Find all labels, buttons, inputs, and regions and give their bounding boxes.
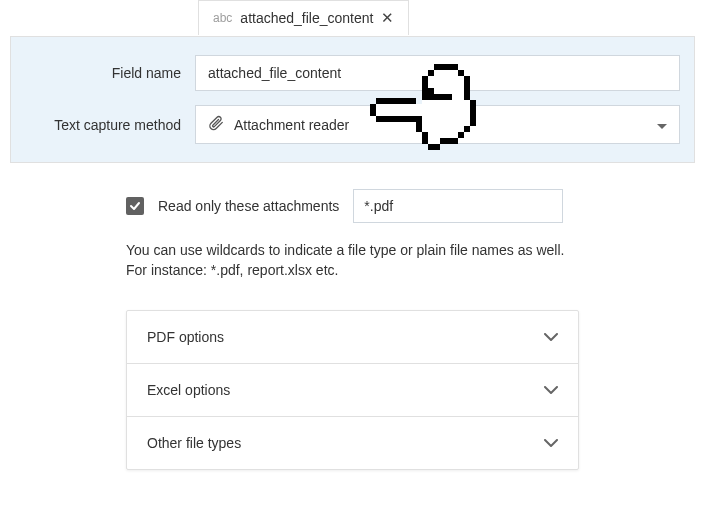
- caret-down-icon: [657, 117, 667, 133]
- accordion-label: PDF options: [147, 329, 224, 345]
- tab-type-badge: abc: [213, 11, 232, 25]
- capture-method-select[interactable]: Attachment reader: [195, 105, 680, 144]
- tab-title: attached_file_content: [240, 10, 373, 26]
- attachments-filter-row: Read only these attachments: [126, 189, 579, 223]
- read-only-label: Read only these attachments: [158, 198, 339, 214]
- attachment-icon: [208, 115, 224, 134]
- close-icon[interactable]: ✕: [381, 9, 394, 27]
- field-name-label: Field name: [25, 65, 195, 81]
- chevron-down-icon: [544, 329, 558, 345]
- tab-attached-file-content[interactable]: abc attached_file_content ✕: [198, 0, 409, 35]
- accordion-pdf-options[interactable]: PDF options: [127, 311, 578, 364]
- accordion-excel-options[interactable]: Excel options: [127, 364, 578, 417]
- tab-bar: abc attached_file_content ✕: [0, 0, 705, 36]
- options-accordion: PDF options Excel options Other file typ…: [126, 310, 579, 470]
- attachments-pattern-input[interactable]: [353, 189, 563, 223]
- check-icon: [129, 200, 141, 212]
- read-only-checkbox[interactable]: [126, 197, 144, 215]
- content-area: Read only these attachments You can use …: [0, 163, 705, 490]
- accordion-label: Other file types: [147, 435, 241, 451]
- capture-method-value: Attachment reader: [234, 117, 349, 133]
- accordion-other-file-types[interactable]: Other file types: [127, 417, 578, 469]
- field-config-header: Field name Text capture method Attachmen…: [10, 36, 695, 163]
- chevron-down-icon: [544, 435, 558, 451]
- chevron-down-icon: [544, 382, 558, 398]
- accordion-label: Excel options: [147, 382, 230, 398]
- field-name-input[interactable]: [195, 55, 680, 91]
- capture-method-label: Text capture method: [25, 117, 195, 133]
- wildcard-hint: You can use wildcards to indicate a file…: [126, 241, 579, 280]
